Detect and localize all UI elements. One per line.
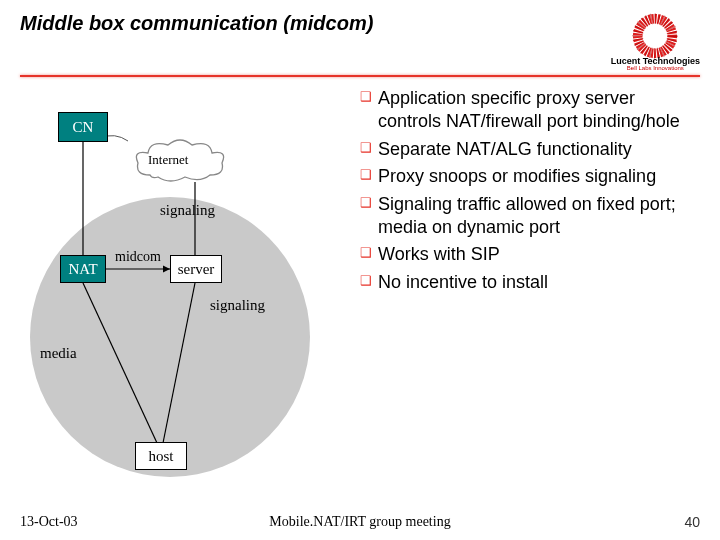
bullet-list: Application specific proxy server contro… [350,87,700,487]
ring-icon [631,12,679,60]
bullet-item: No incentive to install [360,271,700,294]
footer-meeting: Mobile.NAT/IRT group meeting [269,514,450,530]
node-host: host [135,442,187,470]
lucent-logo: Lucent Technologies Bell Labs Innovation… [611,12,700,71]
network-diagram: Internet CN NAT server host signaling si… [20,87,350,487]
label-media: media [40,345,77,362]
label-signaling-bottom: signaling [210,297,265,314]
node-server: server [170,255,222,283]
node-cn: CN [58,112,108,142]
label-signaling-top: signaling [160,202,215,219]
bullet-item: Application specific proxy server contro… [360,87,700,134]
logo-tagline: Bell Labs Innovations [627,65,684,71]
bullet-item: Separate NAT/ALG functionality [360,138,700,161]
node-nat: NAT [60,255,106,283]
bullet-item: Proxy snoops or modifies signaling [360,165,700,188]
bullet-item: Works with SIP [360,243,700,266]
internet-label: Internet [148,152,188,168]
bullet-item: Signaling traffic allowed on fixed port;… [360,193,700,240]
page-number: 40 [684,514,700,530]
slide-title: Middle box communication (midcom) [20,12,373,35]
label-midcom: midcom [115,249,161,265]
footer-date: 13-Oct-03 [20,514,78,530]
private-network-circle [30,197,310,477]
